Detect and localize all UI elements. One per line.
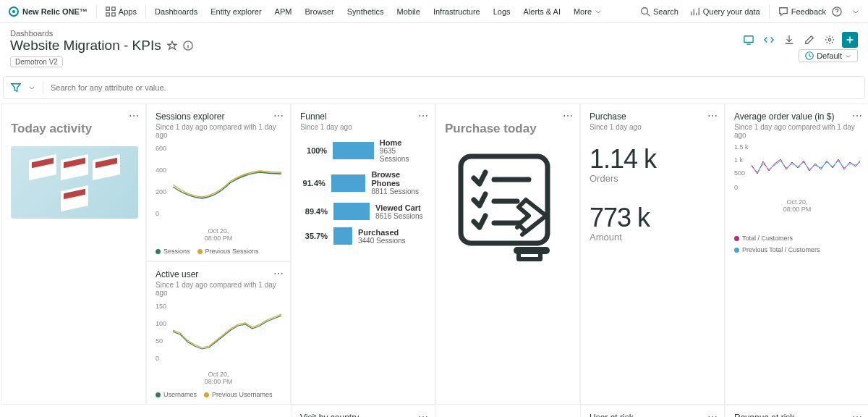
tag-demotron[interactable]: Demotron V2 <box>10 56 63 67</box>
widget-purchase-today: ⋯ Purchase today <box>435 104 580 405</box>
widget-title: Active user <box>156 269 281 279</box>
star-icon[interactable] <box>167 41 177 51</box>
nav-more[interactable]: More <box>574 7 602 16</box>
widget-menu[interactable]: ⋯ <box>129 110 140 122</box>
gear-icon <box>825 35 835 45</box>
svg-rect-2 <box>106 12 109 15</box>
orders-value: 1.14 k <box>590 144 715 174</box>
nav-synthetics[interactable]: Synthetics <box>347 7 384 16</box>
chevron-down-icon <box>595 8 602 15</box>
widget-active-user: ⋯ Active user Since 1 day ago compared w… <box>146 261 291 405</box>
widget-menu[interactable]: ⋯ <box>852 110 863 122</box>
svg-rect-7 <box>744 36 753 43</box>
filter-bar <box>3 76 865 99</box>
download-icon <box>784 35 794 45</box>
add-button[interactable] <box>842 32 858 48</box>
breadcrumb[interactable]: Dashboards <box>10 29 858 38</box>
widget-menu[interactable]: ⋯ <box>707 411 718 417</box>
filter-input[interactable] <box>51 83 857 92</box>
nav-infrastructure[interactable]: Infrastructure <box>433 7 480 16</box>
plus-icon <box>846 35 854 44</box>
widget-user-at-risk: ⋯ User at risk Since 1 day ago 31.8 / 10… <box>580 405 725 417</box>
nav-alerts[interactable]: Alerts & AI <box>524 7 561 16</box>
widget-title: Visit by country <box>300 413 426 417</box>
chevron-down-icon[interactable] <box>852 7 859 17</box>
legend-prev-usernames: Previous Usernames <box>204 391 273 398</box>
widget-title: Funnel <box>300 111 426 122</box>
logo-icon <box>9 7 19 17</box>
widget-subtitle: Since 1 day ago compared with 1 day ago <box>156 123 281 139</box>
checklist-icon <box>454 149 562 265</box>
widget-title: Purchase today <box>445 122 571 136</box>
widget-title: User at risk <box>590 413 715 417</box>
widget-subtitle: Since 1 day ago <box>590 123 715 131</box>
widget-today-activity: ⋯ Today activity <box>1 104 146 405</box>
page-title: Website Migration - KPIs <box>10 38 161 54</box>
active-chart[interactable]: 150 100 50 0 <box>156 303 281 368</box>
nav-apps[interactable]: Apps <box>106 7 137 17</box>
widget-title: Sessions explorer <box>156 111 281 122</box>
download-button[interactable] <box>781 32 797 48</box>
line-chart <box>173 145 281 217</box>
sessions-chart[interactable]: 600 400 200 0 <box>156 145 281 224</box>
orders-label: Orders <box>590 173 715 184</box>
page-header: Dashboards Website Migration - KPIs Demo… <box>0 23 868 70</box>
time-picker[interactable]: Default <box>799 49 858 62</box>
line-chart <box>173 303 281 364</box>
chart-icon <box>690 7 700 17</box>
widget-purchase: ⋯ Purchase Since 1 day ago 1.14 k Orders… <box>580 104 725 405</box>
info-icon[interactable] <box>183 41 193 51</box>
clock-icon <box>805 51 814 60</box>
chevron-down-icon[interactable] <box>28 84 35 91</box>
help-icon[interactable] <box>832 7 842 17</box>
widget-revenue-at-risk: ⋯ Revenue at risk Since 1 day ago 56.6 k… <box>725 405 868 417</box>
widget-menu[interactable]: ⋯ <box>707 110 718 122</box>
nav-mobile[interactable]: Mobile <box>397 7 420 16</box>
legend-prev-sessions: Previous Sessions <box>197 248 259 255</box>
funnel-step[interactable]: 89.4% Viewed Cart8616 Sessions <box>300 203 426 220</box>
widget-sessions-explorer: ⋯ Sessions explorer Since 1 day ago comp… <box>146 104 291 261</box>
edit-button[interactable] <box>801 32 817 48</box>
widget-menu[interactable]: ⋯ <box>418 411 429 417</box>
nav-dashboards[interactable]: Dashboards <box>155 7 197 16</box>
funnel-step[interactable]: 100% Home9635 Sessions <box>300 138 426 163</box>
top-nav: New Relic ONE™ Apps Dashboards Entity ex… <box>0 0 868 23</box>
widget-menu[interactable]: ⋯ <box>852 411 863 417</box>
nav-apm[interactable]: APM <box>275 7 292 16</box>
tv-button[interactable] <box>741 32 757 48</box>
filter-icon[interactable] <box>11 83 21 93</box>
code-button[interactable] <box>761 32 777 48</box>
widget-menu[interactable]: ⋯ <box>418 110 429 122</box>
chevron-down-icon <box>845 53 851 59</box>
nav-items: Dashboards Entity explorer APM Browser S… <box>155 7 602 16</box>
nav-search[interactable]: Search <box>640 7 678 17</box>
widget-subtitle: Since 1 day ago compared with 1 day ago <box>734 123 860 139</box>
aov-chart[interactable]: 1.5 k 1 k 500 0 <box>734 143 860 195</box>
pencil-icon <box>804 35 814 45</box>
dashboard-grid: ⋯ Today activity ⋯ Sessions explorer Sin… <box>0 104 868 417</box>
funnel-step[interactable]: 35.7% Purchased3440 Sessions <box>300 227 426 245</box>
widget-menu[interactable]: ⋯ <box>563 110 574 122</box>
svg-rect-0 <box>106 7 109 9</box>
widget-title: Today activity <box>11 122 137 136</box>
widget-funnel: ⋯ Funnel Since 1 day ago 100% Home9635 S… <box>291 104 435 405</box>
svg-rect-3 <box>112 12 115 15</box>
widget-menu[interactable]: ⋯ <box>273 268 284 279</box>
amount-label: Amount <box>590 232 715 243</box>
nav-feedback[interactable]: Feedback <box>778 7 826 17</box>
search-icon <box>640 7 650 17</box>
header-actions <box>741 32 858 48</box>
nav-entity-explorer[interactable]: Entity explorer <box>210 7 261 16</box>
code-icon <box>764 35 774 45</box>
settings-button[interactable] <box>822 32 838 48</box>
nav-logs[interactable]: Logs <box>493 7 511 16</box>
nav-query[interactable]: Query your data <box>690 7 760 17</box>
funnel-step[interactable]: 91.4% Browse Phones8811 Sessions <box>300 170 426 195</box>
nav-browser[interactable]: Browser <box>305 7 333 16</box>
logo[interactable]: New Relic ONE™ <box>9 7 88 17</box>
line-chart <box>752 143 860 190</box>
svg-point-4 <box>642 7 648 14</box>
widget-menu[interactable]: ⋯ <box>273 110 284 122</box>
legend-prev-total: Previous Total / Customers <box>734 246 860 253</box>
legend-total: Total / Customers <box>734 235 860 242</box>
